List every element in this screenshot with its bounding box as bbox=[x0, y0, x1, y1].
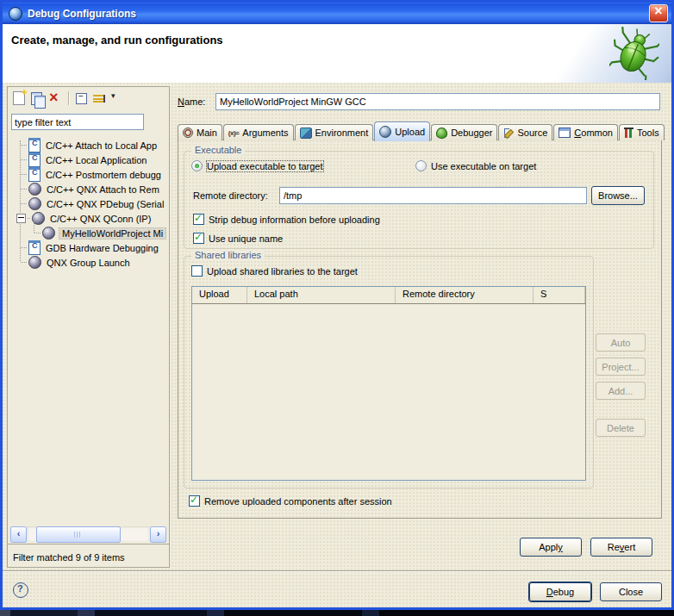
title-bar[interactable]: Debug Configurations bbox=[3, 3, 671, 24]
tree-item-label: C/C++ Local Application bbox=[44, 155, 148, 165]
use-executable-radio[interactable]: Use executable on target bbox=[415, 160, 536, 171]
checkbox-checked-icon[interactable] bbox=[189, 495, 200, 507]
page-title: Create, manage, and run configurations bbox=[11, 34, 223, 47]
collapse-expander-icon[interactable] bbox=[16, 214, 26, 223]
target-icon bbox=[183, 128, 193, 138]
tree-item[interactable]: QNX Group Launch bbox=[8, 255, 169, 270]
auto-button[interactable]: Auto bbox=[596, 333, 646, 352]
project-button[interactable]: Project... bbox=[596, 358, 646, 376]
unique-name-checkbox[interactable]: Use unique name bbox=[193, 233, 283, 244]
add-button[interactable]: Add... bbox=[596, 382, 646, 400]
tab-label: Common bbox=[574, 128, 613, 138]
c-application-icon bbox=[28, 167, 41, 182]
tab-label: Upload bbox=[395, 127, 425, 137]
tab-label: Environment bbox=[315, 128, 369, 138]
help-question-icon[interactable] bbox=[13, 582, 28, 598]
duplicate-icon[interactable] bbox=[31, 92, 42, 105]
revert-button[interactable]: Revert bbox=[590, 538, 652, 557]
new-configuration-icon[interactable] bbox=[13, 91, 25, 105]
footer-buttons: Debug Close bbox=[529, 582, 662, 601]
tab-arguments[interactable]: (x)= Arguments bbox=[223, 124, 294, 140]
tree-item-label: C/C++ QNX Attach to Rem bbox=[45, 184, 161, 195]
group-title: Shared libraries bbox=[191, 250, 265, 260]
tab-debugger[interactable]: Debugger bbox=[431, 124, 497, 140]
tree-item-label: C/C++ Attach to Local App bbox=[44, 140, 159, 151]
scroll-right-icon[interactable]: › bbox=[150, 526, 166, 543]
common-table-icon bbox=[559, 128, 571, 138]
tree-item-selected[interactable]: MyHelloWorldProject Mi bbox=[8, 226, 169, 240]
remote-directory-label: Remote directory: bbox=[193, 190, 275, 201]
configurations-tree: C/C++ Attach to Local App C/C++ Local Ap… bbox=[8, 138, 169, 270]
collapse-all-icon[interactable] bbox=[76, 93, 87, 104]
tree-item[interactable]: C/C++ Postmortem debugg bbox=[8, 167, 169, 182]
tree-item-label: C/C++ Postmortem debugg bbox=[44, 170, 163, 180]
name-row: Name: bbox=[178, 93, 660, 110]
checkbox-icon[interactable] bbox=[191, 265, 203, 277]
tree-item-label: GDB Hardware Debugging bbox=[44, 243, 160, 253]
tree-connector-line bbox=[34, 221, 34, 233]
strip-debug-checkbox[interactable]: Strip debug information before uploading bbox=[193, 214, 380, 225]
green-bug-image bbox=[609, 27, 659, 80]
header-gradient bbox=[542, 24, 671, 83]
c-application-icon bbox=[28, 152, 41, 167]
tab-label: Source bbox=[517, 128, 547, 138]
upload-executable-radio[interactable]: Upload executable to target bbox=[191, 160, 323, 171]
remove-uploaded-checkbox[interactable]: Remove uploaded components after session bbox=[189, 495, 392, 507]
scrollbar-track[interactable] bbox=[28, 526, 149, 541]
close-button[interactable]: Close bbox=[600, 582, 662, 601]
executable-group: Executable Upload executable to target U… bbox=[184, 151, 654, 249]
remote-directory-input[interactable] bbox=[279, 187, 587, 204]
tab-main[interactable]: Main bbox=[178, 124, 222, 140]
toolbar-separator bbox=[68, 91, 70, 105]
tree-item-label: C/C++ QNX PDebug (Serial bbox=[45, 199, 165, 209]
configurations-tree-area: C/C++ Attach to Local App C/C++ Local Ap… bbox=[8, 110, 169, 544]
tree-connector bbox=[21, 262, 27, 263]
column-header-strip[interactable]: S bbox=[534, 287, 585, 303]
debug-configurations-dialog: Debug Configurations bbox=[0, 0, 674, 610]
column-header-remote-directory[interactable]: Remote directory bbox=[396, 287, 534, 303]
filter-input[interactable] bbox=[11, 114, 144, 130]
tree-item[interactable]: C/C++ QNX Attach to Rem bbox=[8, 182, 169, 196]
column-header-local-path[interactable]: Local path bbox=[247, 287, 396, 303]
column-header-upload[interactable]: Upload bbox=[192, 287, 247, 303]
tree-item[interactable]: GDB Hardware Debugging bbox=[8, 240, 169, 255]
name-label: Name: bbox=[178, 96, 215, 107]
scrollbar-thumb[interactable] bbox=[36, 526, 121, 543]
dialog-content: C/C++ Attach to Local App C/C++ Local Ap… bbox=[3, 83, 671, 571]
checkbox-label: Remove uploaded components after session bbox=[204, 496, 392, 507]
arguments-icon: (x)= bbox=[228, 129, 239, 137]
tab-environment[interactable]: Environment bbox=[295, 124, 374, 140]
upload-sphere-icon bbox=[379, 126, 391, 138]
tree-connector bbox=[34, 233, 41, 233]
radio-icon[interactable] bbox=[415, 160, 427, 171]
source-icon bbox=[503, 128, 514, 138]
group-title: Executable bbox=[191, 145, 245, 155]
tree-item[interactable]: C/C++ QNX PDebug (Serial bbox=[8, 196, 169, 211]
radio-selected-icon[interactable] bbox=[191, 160, 203, 171]
tab-tools[interactable]: Tools bbox=[619, 124, 665, 140]
upload-shared-checkbox[interactable]: Upload shared libraries to the target bbox=[191, 265, 358, 277]
name-input[interactable] bbox=[215, 93, 660, 110]
delete-button[interactable]: Delete bbox=[596, 419, 646, 437]
tab-upload[interactable]: Upload bbox=[374, 121, 430, 141]
tree-connector bbox=[21, 247, 27, 248]
horizontal-scrollbar[interactable]: ‹ › bbox=[10, 526, 166, 541]
checkbox-checked-icon[interactable] bbox=[193, 214, 204, 225]
tree-item-label: C/C++ QNX QConn (IP) bbox=[48, 214, 153, 224]
tree-item[interactable]: C/C++ Local Application bbox=[8, 152, 169, 167]
browse-button[interactable]: Browse... bbox=[591, 186, 645, 205]
qnx-sphere-icon bbox=[28, 197, 41, 210]
debug-button[interactable]: Debug bbox=[529, 582, 591, 601]
table-header-row: Upload Local path Remote directory S bbox=[192, 287, 585, 304]
tree-item[interactable]: C/C++ Attach to Local App bbox=[8, 138, 169, 152]
close-icon[interactable] bbox=[649, 4, 668, 22]
filter-icon[interactable] bbox=[93, 95, 105, 103]
tab-common[interactable]: Common bbox=[553, 124, 618, 140]
tab-source[interactable]: Source bbox=[498, 124, 552, 140]
scroll-left-icon[interactable]: ‹ bbox=[10, 526, 27, 543]
apply-button[interactable]: Apply bbox=[520, 538, 582, 557]
bug-icon bbox=[436, 128, 447, 139]
checkbox-checked-icon[interactable] bbox=[193, 233, 204, 244]
delete-icon[interactable] bbox=[48, 91, 62, 105]
tree-item[interactable]: C/C++ QNX QConn (IP) bbox=[8, 211, 169, 226]
